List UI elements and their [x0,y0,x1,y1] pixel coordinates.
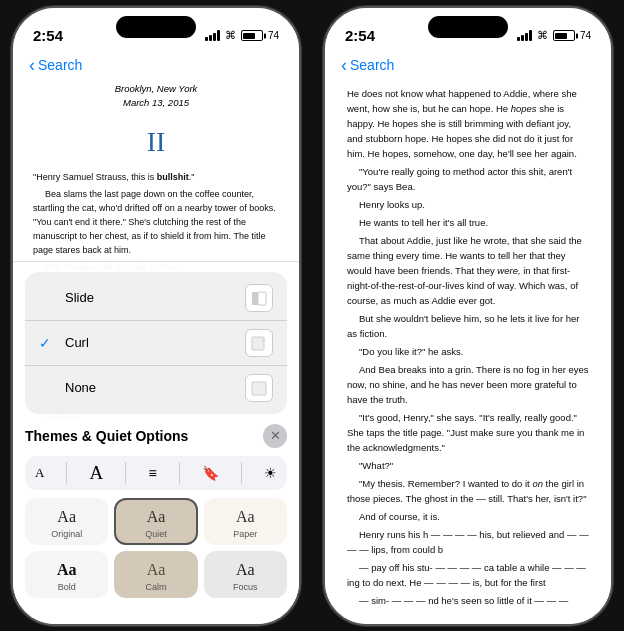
right-para-4: He wants to tell her it's all true. [347,215,589,230]
left-back-button[interactable]: ‹ Search [29,56,82,74]
left-bottom-panel: Slide ✓ Curl [13,261,299,624]
left-phone-frame: 2:54 ⌘ 74 [11,6,301,626]
right-wifi-icon: ⌘ [537,29,548,42]
right-battery-fill [555,33,567,39]
right-para-1: He does not know what happened to Addie,… [347,86,589,161]
battery-icon [241,30,263,41]
right-status-bar: 2:54 ⌘ 74 [325,8,611,52]
svg-rect-1 [258,292,266,305]
transition-slide[interactable]: Slide [25,276,287,320]
right-back-chevron-icon: ‹ [341,56,347,74]
book-para-1: "Henry Samuel Strauss, this is bullshit.… [33,171,279,185]
right-para-7: "Do you like it?" he asks. [347,344,589,359]
left-phone: 2:54 ⌘ 74 [0,0,312,631]
theme-cards-row-2: Aa Bold Aa Calm Aa Focus [25,551,287,598]
signal-icon [205,30,220,41]
right-para-11: "My thesis. Remember? I wanted to do it … [347,476,589,506]
curl-check: ✓ [39,335,55,351]
right-para-15: — sim- — — — nd he's seen so little of i… [347,593,589,610]
left-back-label: Search [38,57,82,73]
theme-calm-label: Calm [145,582,166,592]
separator-1 [66,462,67,484]
transition-none[interactable]: None [25,365,287,410]
right-battery-icon [553,30,575,41]
separator-2 [125,462,126,484]
theme-original-aa: Aa [57,508,76,526]
brightness-icon[interactable]: ☀ [264,465,277,481]
theme-quiet[interactable]: Aa Quiet [114,498,197,545]
right-para-8: And Bea breaks into a grin. There is no … [347,362,589,407]
theme-original-label: Original [51,529,82,539]
right-para-9: "It's good, Henry," she says. "It's real… [347,410,589,455]
left-status-bar: 2:54 ⌘ 74 [13,8,299,52]
right-para-6: But she wouldn't believe him, so he lets… [347,311,589,341]
right-book-content: He does not know what happened to Addie,… [325,82,611,610]
battery-label: 74 [268,30,279,41]
theme-paper-aa: Aa [236,508,255,526]
theme-bold-label: Bold [58,582,76,592]
right-notch [428,16,508,38]
font-increase-button[interactable]: A [90,462,104,484]
theme-focus[interactable]: Aa Focus [204,551,287,598]
theme-calm[interactable]: Aa Calm [114,551,197,598]
left-phone-screen: 2:54 ⌘ 74 [13,8,299,624]
right-time: 2:54 [345,27,375,44]
themes-header-row: Themes & Quiet Options ✕ [25,424,287,448]
right-phone: 2:54 ⌘ 74 [312,0,624,631]
left-time: 2:54 [33,27,63,44]
theme-quiet-label: Quiet [145,529,167,539]
wifi-icon: ⌘ [225,29,236,42]
theme-original[interactable]: Aa Original [25,498,108,545]
theme-bold[interactable]: Aa Bold [25,551,108,598]
right-para-12: And of course, it is. [347,509,589,524]
theme-quiet-aa: Aa [147,508,166,526]
app-container: 2:54 ⌘ 74 [0,0,624,631]
left-status-icons: ⌘ 74 [205,29,279,42]
battery-fill [243,33,255,39]
right-phone-frame: 2:54 ⌘ 74 [323,6,613,626]
theme-focus-label: Focus [233,582,258,592]
transition-options-list: Slide ✓ Curl [25,272,287,414]
separator-4 [241,462,242,484]
book-para-2: Bea slams the last page down on the coff… [33,188,279,258]
theme-paper[interactable]: Aa Paper [204,498,287,545]
none-label: None [65,380,96,395]
left-nav-bar: ‹ Search [13,52,299,82]
book-location-line2: March 13, 2015 [33,96,279,110]
right-back-label: Search [350,57,394,73]
right-status-icons: ⌘ 74 [517,29,591,42]
right-para-5: That about Addie, just like he wrote, th… [347,233,589,308]
right-para-2: "You're really going to method actor thi… [347,164,589,194]
theme-calm-aa: Aa [147,561,166,579]
themes-label: Themes & Quiet Options [25,428,188,444]
none-icon [245,374,273,402]
right-phone-screen: 2:54 ⌘ 74 [325,8,611,624]
svg-rect-3 [252,382,266,395]
book-location-line1: Brooklyn, New York [33,82,279,96]
right-signal-icon [517,30,532,41]
curl-label: Curl [65,335,89,350]
separator-3 [179,462,180,484]
font-style-icon[interactable]: ≡ [148,465,156,481]
left-back-chevron-icon: ‹ [29,56,35,74]
right-battery-label: 74 [580,30,591,41]
right-para-14: — pay off his stu- — — — — ca table a wh… [347,560,589,590]
theme-paper-label: Paper [233,529,257,539]
font-controls-bar: A A ≡ 🔖 ☀ [25,456,287,490]
close-panel-button[interactable]: ✕ [263,424,287,448]
book-chapter-number: II [33,120,279,163]
right-back-button[interactable]: ‹ Search [341,56,394,74]
font-decrease-button[interactable]: A [35,465,44,481]
right-nav-bar: ‹ Search [325,52,611,82]
bookmark-icon[interactable]: 🔖 [202,465,219,481]
curl-icon [245,329,273,357]
slide-label: Slide [65,290,94,305]
right-para-13: Henry runs his h — — — — his, but reliev… [347,527,589,557]
transition-curl[interactable]: ✓ Curl [25,320,287,365]
right-para-3: Henry looks up. [347,197,589,212]
theme-focus-aa: Aa [236,561,255,579]
right-para-10: "What?" [347,458,589,473]
book-header: Brooklyn, New York March 13, 2015 [33,82,279,111]
theme-bold-aa: Aa [57,561,77,579]
theme-cards-row-1: Aa Original Aa Quiet Aa Paper [25,498,287,545]
